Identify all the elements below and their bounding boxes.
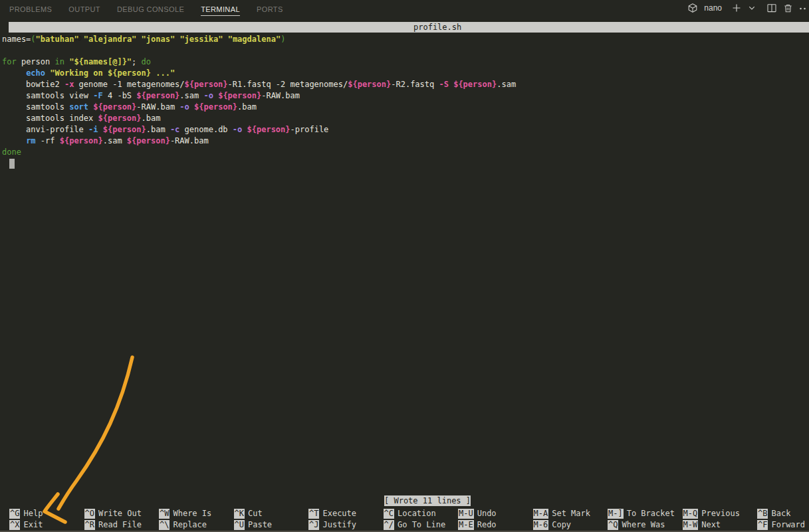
shortcut-label: Back	[771, 508, 790, 519]
shortcut-column-2: ^OWrite Out^RRead File	[84, 508, 160, 531]
shortcut-previous: M-QPrevious	[683, 508, 758, 519]
code-line-3: for person in "${names[@]}"; do	[2, 56, 151, 68]
shortcut-key: ^T	[308, 509, 319, 519]
shortcut-replace: ^\Replace	[159, 519, 234, 531]
shortcut-label: Cut	[248, 508, 263, 519]
shortcut-location: ^CLocation	[384, 508, 459, 519]
shortcut-label: Justify	[322, 519, 356, 531]
vscode-terminal-panel: PROBLEMSOUTPUTDEBUG CONSOLETERMINALPORTS…	[0, 0, 809, 532]
shortcut-label: Write Out	[98, 508, 142, 519]
shortcut-exit: ^XExit	[9, 519, 84, 531]
shortcut-label: Where Was	[622, 519, 665, 531]
shortcut-where-is: ^WWhere Is	[159, 508, 234, 519]
shortcut-key: ^K	[234, 509, 245, 519]
code-line-9: anvi-profile -i ${person}.bam -c genome.…	[2, 124, 328, 135]
shortcut-column-8: M-ASet MarkM-6Copy	[533, 508, 608, 531]
shortcut-key: ^\	[159, 520, 170, 530]
shortcut-label: Undo	[477, 508, 497, 519]
shortcut-key: ^C	[384, 509, 394, 519]
nano-status-message: [ Wrote 11 lines ]	[384, 495, 471, 506]
shortcut-key: M-]	[608, 509, 624, 519]
shortcut-label: Paste	[248, 519, 272, 531]
shortcut-justify: ^JJustify	[308, 519, 384, 531]
shortcut-column-11: ^BBack^FForward	[757, 508, 809, 531]
shortcut-back: ^BBack	[757, 508, 809, 519]
terminal-cursor	[9, 159, 15, 169]
code-line-6: samtools view -F 4 -bS ${person}.sam -o …	[2, 90, 300, 102]
shortcut-redo: M-ERedo	[458, 519, 533, 531]
shortcut-label: Forward	[771, 519, 805, 531]
shortcut-key: ^F	[757, 520, 768, 530]
shortcut-label: Go To Line	[398, 519, 445, 531]
shortcut-key: ^G	[9, 509, 20, 519]
shortcut-label: Read File	[98, 519, 142, 531]
shortcut-where-was: ^QWhere Was	[608, 519, 683, 531]
shortcut-cut: ^KCut	[234, 508, 309, 519]
shortcut-label: Location	[398, 508, 436, 519]
terminal-screen[interactable]: GNU nano 7.2 profile.sh names=("batuhan"…	[0, 0, 809, 532]
shortcut-help: ^GHelp	[9, 508, 84, 519]
shortcut-column-5: ^TExecute^JJustify	[308, 508, 384, 531]
code-line-10: rm -rf ${person}.sam ${person}-RAW.bam	[2, 135, 209, 147]
shortcut-key: ^Q	[608, 520, 618, 530]
shortcut-execute: ^TExecute	[308, 508, 384, 519]
shortcut-copy: M-6Copy	[533, 519, 608, 531]
shortcut-paste: ^UPaste	[234, 519, 309, 531]
shortcut-next: M-WNext	[683, 519, 758, 531]
code-line-7: samtools sort ${person}-RAW.bam -o ${per…	[2, 102, 257, 113]
shortcut-key: ^O	[84, 509, 95, 519]
code-line-8: samtools index ${person}.bam	[2, 113, 160, 124]
shortcut-label: Replace	[173, 519, 207, 531]
shortcut-label: Next	[701, 519, 721, 531]
code-line-5: bowtie2 -x genome -1 metagenomes/${perso…	[2, 79, 516, 90]
shortcut-to-bracket: M-]To Bracket	[608, 508, 683, 519]
shortcut-label: To Bracket	[627, 508, 675, 519]
shortcut-key: ^U	[234, 520, 245, 530]
shortcut-label: Previous	[701, 508, 740, 519]
shortcut-key: M-Q	[683, 509, 699, 519]
shortcut-column-4: ^KCut^UPaste	[234, 508, 309, 531]
shortcut-undo: M-UUndo	[458, 508, 533, 519]
code-line-1: names=("batuhan" "alejandra" "jonas" "je…	[2, 34, 285, 45]
shortcut-column-9: M-]To Bracket^QWhere Was	[608, 508, 683, 531]
shortcut-label: Exit	[23, 519, 43, 531]
shortcut-label: Copy	[552, 519, 571, 531]
shortcut-key: ^R	[84, 520, 95, 530]
shortcut-write-out: ^OWrite Out	[84, 508, 160, 519]
shortcut-key: ^J	[308, 520, 319, 530]
shortcut-key: ^W	[159, 509, 170, 519]
shortcut-column-10: M-QPreviousM-WNext	[683, 508, 758, 531]
shortcut-key: M-W	[683, 520, 699, 530]
shortcut-column-7: M-UUndoM-ERedo	[458, 508, 533, 531]
shortcut-go-to-line: ^/Go To Line	[384, 519, 459, 531]
shortcut-key: ^B	[757, 509, 768, 519]
shortcut-key: M-U	[458, 509, 474, 519]
code-line-4: echo "Working on ${person} ..."	[2, 68, 175, 79]
shortcut-label: Help	[23, 508, 43, 519]
shortcut-column-6: ^CLocation^/Go To Line	[384, 508, 459, 531]
code-line-11: done	[2, 147, 21, 158]
shortcut-key: M-E	[458, 520, 474, 530]
shortcut-key: M-6	[533, 520, 549, 530]
shortcut-forward: ^FForward	[757, 519, 809, 531]
shortcut-key: M-A	[533, 509, 549, 519]
nano-titlebar: GNU nano 7.2 profile.sh	[9, 22, 809, 33]
shortcut-column-3: ^WWhere Is^\Replace	[159, 508, 234, 531]
shortcut-key: ^/	[384, 520, 394, 530]
shortcut-label: Where Is	[173, 508, 211, 519]
shortcut-label: Set Mark	[552, 508, 590, 519]
shortcut-read-file: ^RRead File	[84, 519, 160, 531]
nano-filename: profile.sh	[413, 22, 461, 33]
shortcut-column-1: ^GHelp^XExit	[9, 508, 84, 531]
shortcut-key: ^X	[9, 520, 20, 530]
shortcut-set-mark: M-ASet Mark	[533, 508, 608, 519]
shortcut-label: Redo	[477, 519, 497, 531]
shortcut-label: Execute	[322, 508, 356, 519]
